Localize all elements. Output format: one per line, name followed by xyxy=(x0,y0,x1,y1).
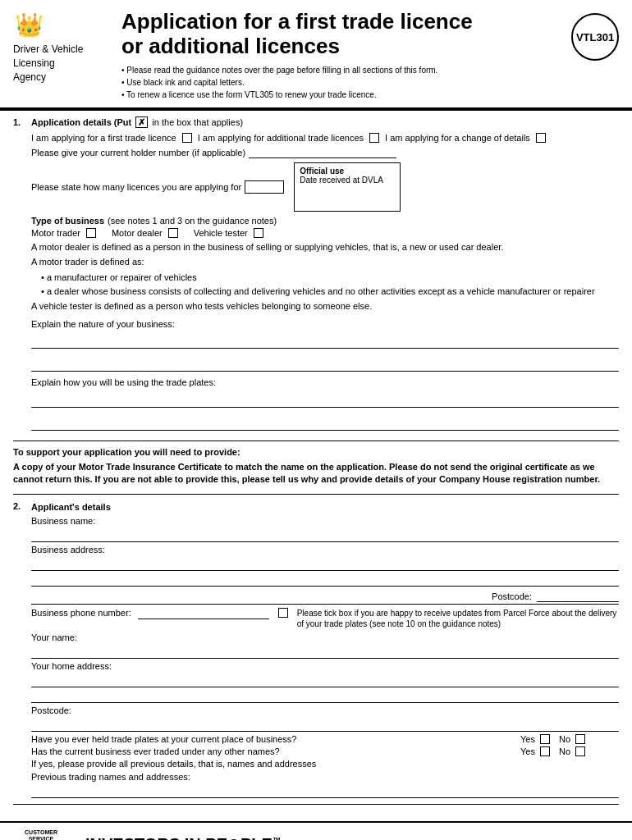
trade-plates-no: No xyxy=(559,734,588,744)
motor-trader-bullet-1: a manufacturer or repairer of vehicles xyxy=(41,272,619,284)
header: 👑 Driver & Vehicle Licensing Agency Appl… xyxy=(0,0,632,111)
trademark-symbol: ™ xyxy=(272,836,281,840)
x-icon: ✗ xyxy=(135,116,148,128)
svg-text:👑: 👑 xyxy=(15,11,44,39)
trade-plates-yes-checkbox[interactable] xyxy=(540,734,550,744)
explain-nature-label: Explain the nature of your business: xyxy=(31,318,619,331)
parcel-force-checkbox[interactable] xyxy=(278,608,288,618)
applying-type-row: I am applying for a first trade licence … xyxy=(31,133,619,143)
footer-badges: CUSTOMER SERVICE EXCELLENCE CSE ★ xyxy=(13,829,69,840)
trade-plates-yes: Yes xyxy=(520,734,552,744)
postcode-field[interactable] xyxy=(537,591,619,602)
postcode2-row: Postcode: xyxy=(31,705,619,715)
home-address-label: Your home address: xyxy=(31,661,112,671)
business-address-label: Business address: xyxy=(31,545,105,555)
trade-plates-question: Have you ever held trade plates at your … xyxy=(31,734,296,744)
postcode2-field[interactable] xyxy=(31,719,619,732)
section-2-title: Applicant's details xyxy=(31,501,619,514)
traded-names-no-label: No xyxy=(559,746,570,756)
motor-trader-def-title: A motor trader is defined as: xyxy=(31,256,619,268)
applying-change-label: I am applying for a change of details xyxy=(385,133,530,143)
motor-trader-bullets: a manufacturer or repairer of vehicles a… xyxy=(41,272,619,299)
investors-title: INVESTORS IN PEPLE™ xyxy=(85,835,281,840)
traded-names-no-checkbox[interactable] xyxy=(575,746,585,756)
explain-plates-field-2[interactable] xyxy=(31,411,619,431)
how-many-row: Please state how many licences you are a… xyxy=(31,162,619,212)
home-address-field-1[interactable] xyxy=(31,674,619,687)
business-address-field-2[interactable] xyxy=(31,573,619,587)
motor-trader-bullet-2: a dealer whose business consists of coll… xyxy=(41,285,619,298)
section-1-header-row: Application details (Put ✗ in the box th… xyxy=(31,117,619,128)
business-name-label: Business name: xyxy=(31,516,95,526)
motor-trader-item: Motor trader xyxy=(31,228,98,238)
how-many-field[interactable] xyxy=(245,180,284,194)
header-logo: 👑 Driver & Vehicle Licensing Agency xyxy=(13,10,112,84)
trade-plates-yes-label: Yes xyxy=(520,734,535,744)
vehicle-tester-item: Vehicle tester xyxy=(194,228,266,238)
trade-plates-no-label: No xyxy=(559,734,570,744)
crown-emblem-icon: 👑 xyxy=(13,10,44,41)
holder-number-field[interactable] xyxy=(249,147,396,158)
official-use-box: Official use Date received at DVLA xyxy=(294,162,401,212)
traded-names-yes-checkbox[interactable] xyxy=(540,746,550,756)
motor-dealer-checkbox[interactable] xyxy=(168,228,178,238)
explain-nature-field-2[interactable] xyxy=(31,352,619,372)
official-use-sub: Date received at DVLA xyxy=(300,176,395,185)
postcode-row: Postcode: xyxy=(31,589,619,605)
business-type-note: (see notes 1 and 3 on the guidance notes… xyxy=(108,216,277,226)
motor-dealer-item: Motor dealer xyxy=(112,228,181,238)
header-bullet-1: Please read the guidance notes over the … xyxy=(121,64,561,76)
header-title-block: Application for a first trade licence or… xyxy=(121,10,561,101)
postcode-label: Postcode: xyxy=(492,591,532,601)
phone-field[interactable] xyxy=(138,608,269,619)
home-address-field-2[interactable] xyxy=(31,690,619,703)
applying-first-checkbox[interactable] xyxy=(182,133,192,143)
phone-row: Business phone number: Please tick box i… xyxy=(31,608,619,629)
agency-name: Driver & Vehicle Licensing Agency xyxy=(13,43,83,84)
business-address-row: Business address: xyxy=(31,545,619,555)
trade-plates-no-checkbox[interactable] xyxy=(575,734,585,744)
your-name-field[interactable] xyxy=(31,646,619,659)
holder-number-row: Please give your current holder number (… xyxy=(31,147,619,158)
explain-plates-field-1[interactable] xyxy=(31,393,619,408)
vtl-badge: VTL301 xyxy=(571,13,619,61)
traded-names-question-row: Has the current business ever traded und… xyxy=(31,746,619,756)
section-1-content: Application details (Put ✗ in the box th… xyxy=(31,117,619,434)
section-2-content: Applicant's details Business name: Busin… xyxy=(31,501,619,801)
prev-trading-row: Previous trading names and addresses: xyxy=(31,772,619,782)
section-1-title-suffix: in the box that applies) xyxy=(152,117,243,127)
if-yes-row: If yes, please provide all previous deta… xyxy=(31,759,619,769)
phone-label: Business phone number: xyxy=(31,608,131,618)
applying-change-checkbox[interactable] xyxy=(536,133,546,143)
traded-names-yesno: Yes No xyxy=(520,746,619,756)
section-1-number: 1. xyxy=(13,117,31,434)
explain-nature-field-1[interactable] xyxy=(31,334,619,349)
traded-names-question: Has the current business ever traded und… xyxy=(31,746,280,756)
official-use-title: Official use xyxy=(300,167,395,176)
holder-number-label: Please give your current holder number (… xyxy=(31,148,245,158)
traded-names-no: No xyxy=(559,746,588,756)
business-name-field[interactable] xyxy=(31,529,619,542)
traded-names-yes: Yes xyxy=(520,746,552,756)
applying-additional-label: I am applying for additional trade licen… xyxy=(198,133,364,143)
traded-names-yes-label: Yes xyxy=(520,746,535,756)
motor-dealer-label: Motor dealer xyxy=(112,228,163,238)
business-type-options: Motor trader Motor dealer Vehicle tester xyxy=(31,228,619,238)
applying-additional-checkbox[interactable] xyxy=(369,133,379,143)
motor-trader-label: Motor trader xyxy=(31,228,80,238)
vehicle-tester-def: A vehicle tester is defined as a person … xyxy=(31,300,619,313)
business-address-field-1[interactable] xyxy=(31,558,619,571)
your-name-row: Your name: xyxy=(31,632,619,642)
main-content: 1. Application details (Put ✗ in the box… xyxy=(0,111,632,815)
support-line1: To support your application you will nee… xyxy=(13,446,619,459)
motor-trader-checkbox[interactable] xyxy=(86,228,96,238)
explain-plates-label: Explain how you will be using the trade … xyxy=(31,377,619,389)
customer-service-text: CUSTOMER SERVICE EXCELLENCE xyxy=(13,829,69,840)
prev-trading-field[interactable] xyxy=(31,785,619,798)
business-name-row: Business name: xyxy=(31,516,619,526)
trade-plates-yesno: Yes No xyxy=(520,734,619,744)
footer-divider xyxy=(13,804,619,805)
if-yes-label: If yes, please provide all previous deta… xyxy=(31,759,316,769)
page: 👑 Driver & Vehicle Licensing Agency Appl… xyxy=(0,0,632,840)
vehicle-tester-checkbox[interactable] xyxy=(254,228,263,238)
